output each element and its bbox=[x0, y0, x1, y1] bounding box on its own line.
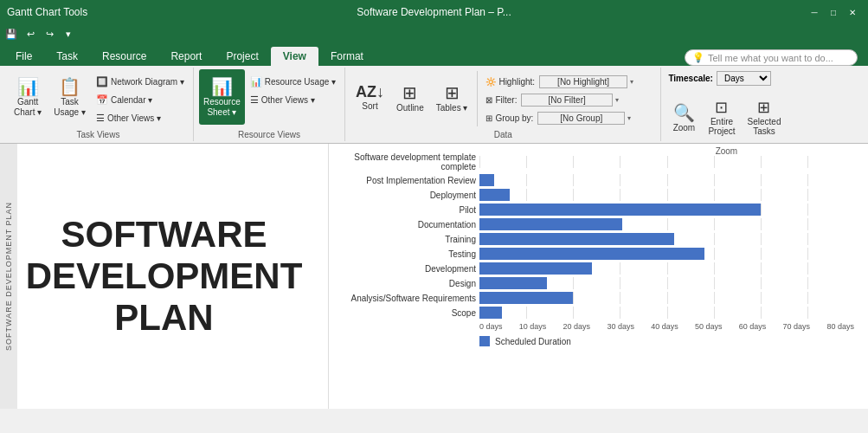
search-icon: 💡 bbox=[692, 52, 704, 63]
tell-me-placeholder: Tell me what you want to do... bbox=[708, 53, 833, 63]
timescale-label: Timescale: bbox=[668, 74, 713, 83]
ribbon-body: 📊 GanttChart ▾ 📋 TaskUsage ▾ 🔲 Network D… bbox=[0, 66, 868, 144]
chart-bar-container bbox=[479, 189, 854, 201]
task-usage-button[interactable]: 📋 TaskUsage ▾ bbox=[48, 69, 91, 125]
qat-dropdown-button[interactable]: ▾ bbox=[61, 26, 76, 42]
chart-row-label: Post Implementation Review bbox=[338, 176, 476, 185]
left-panel: SOFTWARE DEVELOPMENT PLAN SOFTWAREDEVELO… bbox=[0, 144, 329, 409]
task-usage-label: TaskUsage ▾ bbox=[54, 97, 86, 118]
resource-sheet-icon: 📊 bbox=[211, 76, 233, 97]
tab-report[interactable]: Report bbox=[158, 47, 214, 66]
chart-row-label: Deployment bbox=[338, 191, 476, 200]
chart-grid-lines bbox=[479, 156, 854, 168]
axis-label: 10 days bbox=[519, 322, 547, 331]
chart-bar-container bbox=[479, 248, 854, 260]
resource-sheet-button[interactable]: 📊 ResourceSheet ▾ bbox=[199, 69, 245, 125]
outline-icon: ⊞ bbox=[402, 82, 417, 103]
resource-views-group: 📊 ResourceSheet ▾ 📊 Resource Usage ▾ ☰ O… bbox=[194, 68, 345, 141]
chart-row-label: Documentation bbox=[338, 220, 476, 229]
outline-button[interactable]: ⊞ Outline bbox=[391, 69, 429, 125]
tab-task[interactable]: Task bbox=[44, 47, 90, 66]
data-group-buttons: AZ↓ Sort ⊞ Outline ⊞ Tables ▾ 🔆Highlight… bbox=[350, 69, 655, 128]
task-usage-icon: 📋 bbox=[59, 76, 80, 97]
chart-bar-container bbox=[479, 262, 854, 275]
chart-row: Analysis/Software Requirements bbox=[338, 292, 854, 304]
chart-bar bbox=[479, 189, 510, 201]
network-diagram-label: Network Diagram ▾ bbox=[111, 77, 184, 87]
tell-me-input[interactable]: 💡 Tell me what you want to do... bbox=[685, 49, 858, 66]
chart-bar bbox=[479, 277, 547, 289]
gantt-chart-label: GanttChart ▾ bbox=[14, 97, 42, 118]
window-controls: ─ □ ✕ bbox=[806, 5, 861, 19]
entire-project-button[interactable]: ⊡ EntireProject bbox=[703, 89, 740, 145]
chart-row: Design bbox=[338, 277, 854, 289]
chart-bar-container bbox=[479, 218, 854, 230]
axis-label: 70 days bbox=[783, 322, 811, 331]
chart-row: Post Implementation Review bbox=[338, 174, 854, 186]
resource-usage-button[interactable]: 📊 Resource Usage ▾ bbox=[247, 73, 339, 90]
redo-qat-button[interactable]: ↪ bbox=[42, 26, 57, 42]
tab-file[interactable]: File bbox=[3, 47, 44, 66]
chart-row: Documentation bbox=[338, 218, 854, 230]
legend-color-swatch bbox=[479, 336, 490, 346]
close-button[interactable]: ✕ bbox=[844, 5, 861, 19]
chart-bar-container bbox=[479, 156, 854, 168]
resource-views-small-buttons: 📊 Resource Usage ▾ ☰ Other Views ▾ bbox=[247, 73, 339, 108]
chart-bar-container bbox=[479, 307, 854, 319]
save-qat-button[interactable]: 💾 bbox=[3, 26, 19, 42]
chart-row-label: Design bbox=[338, 279, 476, 288]
sort-label: Sort bbox=[362, 101, 377, 111]
timescale-select[interactable]: Days Weeks Months bbox=[717, 71, 771, 86]
other-views-task-button[interactable]: ☰ Other Views ▾ bbox=[93, 109, 188, 126]
resource-views-buttons: 📊 ResourceSheet ▾ 📊 Resource Usage ▾ ☰ O… bbox=[199, 69, 339, 128]
other-views-resource-button[interactable]: ☰ Other Views ▾ bbox=[247, 91, 339, 108]
chart-bar bbox=[479, 248, 704, 260]
highlight-button[interactable]: 🔆Highlight: [No Highlight]▾ bbox=[482, 73, 655, 90]
chart-row: Software development template complete bbox=[338, 152, 854, 171]
chart-bar-container bbox=[479, 292, 854, 304]
data-separator bbox=[477, 71, 478, 126]
minimize-button[interactable]: ─ bbox=[806, 5, 823, 19]
gantt-chart-button[interactable]: 📊 GanttChart ▾ bbox=[9, 69, 47, 125]
other-views-task-label: Other Views ▾ bbox=[107, 113, 161, 123]
undo-qat-button[interactable]: ↩ bbox=[23, 26, 38, 42]
axis-label: 30 days bbox=[607, 322, 634, 331]
network-diagram-button[interactable]: 🔲 Network Diagram ▾ bbox=[93, 73, 188, 90]
chart-row-label: Testing bbox=[338, 249, 476, 259]
tab-resource[interactable]: Resource bbox=[90, 47, 158, 66]
resource-views-label: Resource Views bbox=[238, 128, 300, 139]
chart-bar bbox=[479, 204, 761, 216]
zoom-group-content: Timescale: Days Weeks Months 🔍 Zoom ⊡ En… bbox=[666, 69, 786, 145]
axis-label: 40 days bbox=[651, 322, 678, 331]
chart-row: Testing bbox=[338, 248, 854, 260]
selected-tasks-icon: ⊞ bbox=[757, 98, 770, 117]
task-views-label: Task Views bbox=[77, 128, 120, 139]
selected-tasks-button[interactable]: ⊞ SelectedTasks bbox=[743, 89, 787, 145]
group-by-button[interactable]: ⊞Group by: [No Group]▾ bbox=[482, 109, 655, 126]
tables-button[interactable]: ⊞ Tables ▾ bbox=[431, 69, 473, 125]
task-views-small-buttons: 🔲 Network Diagram ▾ 📅 Calendar ▾ ☰ Other… bbox=[93, 73, 188, 126]
maximize-button[interactable]: □ bbox=[825, 5, 842, 19]
chart-axis: 0 days10 days20 days30 days40 days50 day… bbox=[479, 322, 854, 331]
calendar-icon: 📅 bbox=[96, 94, 108, 106]
other-views-resource-label: Other Views ▾ bbox=[261, 95, 315, 105]
gantt-chart-icon: 📊 bbox=[17, 76, 39, 97]
filter-button[interactable]: ⊠Filter: [No Filter]▾ bbox=[482, 91, 655, 108]
chart-bar bbox=[479, 307, 502, 319]
chart-bar bbox=[479, 292, 573, 304]
chart-grid-lines bbox=[479, 307, 854, 319]
other-views-task-icon: ☰ bbox=[96, 113, 105, 124]
tab-format[interactable]: Format bbox=[318, 47, 376, 66]
chart-row-label: Development bbox=[338, 264, 476, 274]
calendar-button[interactable]: 📅 Calendar ▾ bbox=[93, 91, 188, 108]
zoom-button[interactable]: 🔍 Zoom bbox=[666, 89, 701, 145]
quick-access-toolbar: 💾 ↩ ↪ ▾ bbox=[0, 24, 868, 43]
chart-bar-container bbox=[479, 204, 854, 216]
entire-project-label: EntireProject bbox=[708, 117, 735, 136]
tab-project[interactable]: Project bbox=[214, 47, 270, 66]
chart-row: Training bbox=[338, 233, 854, 245]
tab-view[interactable]: View bbox=[271, 47, 318, 66]
sort-button[interactable]: AZ↓ Sort bbox=[350, 69, 389, 125]
data-group: AZ↓ Sort ⊞ Outline ⊞ Tables ▾ 🔆Highlight… bbox=[345, 68, 661, 141]
chart-bar bbox=[479, 262, 592, 275]
